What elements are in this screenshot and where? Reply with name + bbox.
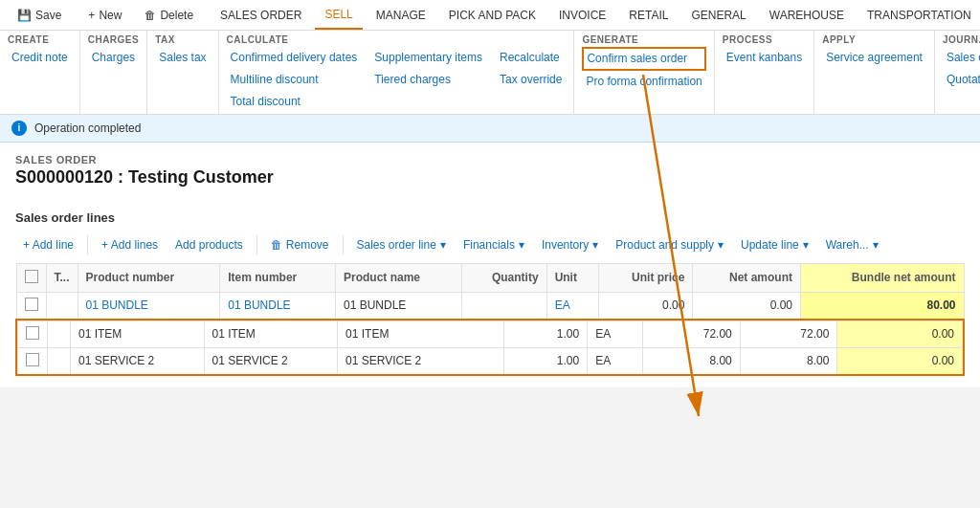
ribbon-confirmed-delivery-dates[interactable]: Confirmed delivery dates xyxy=(227,47,362,69)
nav-delete[interactable]: 🗑 Delete xyxy=(135,0,203,30)
ribbon-apply-items: Service agreement xyxy=(822,47,926,114)
child-rows-table: 01 ITEM 01 ITEM 01 ITEM 1.00 xyxy=(17,320,963,374)
add-lines-button[interactable]: + Add lines xyxy=(94,234,166,255)
service-t xyxy=(48,347,71,374)
item-product-name: 01 ITEM xyxy=(338,320,504,347)
col-header-bundle-net-amount: Bundle net amount xyxy=(800,263,964,292)
table-row-bundle: 01 BUNDLE 01 BUNDLE 01 BUNDLE EA 0.00 xyxy=(16,292,964,320)
toolbar-sep-3 xyxy=(343,235,344,254)
ribbon-group-charges: CHARGES Charges xyxy=(80,31,148,114)
item-product-number: 01 ITEM xyxy=(71,320,205,347)
bundle-net-amount: 0.00 xyxy=(693,292,801,320)
save-icon: 💾 xyxy=(17,9,32,22)
update-line-button[interactable]: Update line ▾ xyxy=(733,234,816,255)
nav-sell[interactable]: SELL xyxy=(315,0,362,30)
bundle-quantity xyxy=(461,292,546,320)
bundle-product-name: 01 BUNDLE xyxy=(335,292,461,320)
ribbon-event-kanbans[interactable]: Event kanbans xyxy=(723,47,806,114)
add-line-button[interactable]: + Add line xyxy=(15,234,81,255)
ribbon-sales-journal[interactable]: Sales o... xyxy=(943,47,980,69)
ribbon-group-create: CREATE Credit note xyxy=(0,31,80,114)
nav-manage[interactable]: MANAGE xyxy=(367,0,435,30)
col-header-product-number: Product number xyxy=(78,263,220,292)
col-header-checkbox xyxy=(16,263,46,292)
toolbar-sep-2 xyxy=(256,235,257,254)
ribbon-pro-forma-confirmation[interactable]: Pro forma confirmation xyxy=(582,71,705,93)
nav-invoice[interactable]: INVOICE xyxy=(549,0,615,30)
nav-warehouse[interactable]: WAREHOUSE xyxy=(760,0,854,30)
bundle-checkbox[interactable] xyxy=(16,292,46,320)
item-checkbox[interactable] xyxy=(18,320,48,347)
ribbon-charges[interactable]: Charges xyxy=(88,47,139,114)
ribbon-process-items: Event kanbans xyxy=(723,47,806,114)
record-type: SALES ORDER xyxy=(15,154,965,166)
ribbon-charges-items: Charges xyxy=(88,47,140,114)
remove-button[interactable]: 🗑 Remove xyxy=(263,234,337,255)
ribbon-supplementary-items[interactable]: Supplementary items xyxy=(370,47,486,69)
bundle-t xyxy=(46,292,78,320)
ribbon-total-discount[interactable]: Total discount xyxy=(227,91,362,113)
product-and-supply-button[interactable]: Product and supply ▾ xyxy=(608,234,731,255)
bundle-item-number[interactable]: 01 BUNDLE xyxy=(220,292,336,320)
ribbon-group-tax: TAX Sales tax xyxy=(147,31,218,114)
warehouse-button[interactable]: Wareh... ▾ xyxy=(818,234,886,255)
ribbon-credit-note[interactable]: Credit note xyxy=(8,47,72,114)
ribbon-service-agreement[interactable]: Service agreement xyxy=(822,47,926,114)
delete-icon: 🗑 xyxy=(145,9,156,22)
nav-retail[interactable]: RETAIL xyxy=(619,0,678,30)
bundle-unit[interactable]: EA xyxy=(546,292,599,320)
select-all-checkbox[interactable] xyxy=(25,270,38,283)
col-header-t: T... xyxy=(46,263,78,292)
ribbon-group-generate: GENERATE Confirm sales order Pro forma c… xyxy=(574,31,714,114)
inventory-button[interactable]: Inventory ▾ xyxy=(534,234,606,255)
top-nav: 💾 Save + New 🗑 Delete SALES ORDER SELL M… xyxy=(0,0,980,31)
service-unit: EA xyxy=(588,347,643,374)
item-t xyxy=(48,320,71,347)
nav-general[interactable]: GENERAL xyxy=(681,0,755,30)
service-net-amount: 8.00 xyxy=(740,347,837,374)
nav-new[interactable]: + New xyxy=(78,0,131,30)
ribbon-recalculate[interactable]: Recalculate xyxy=(496,47,566,69)
sales-order-lines-table: T... Product number Item number Product … xyxy=(15,263,965,376)
bundle-unit-price: 0.00 xyxy=(599,292,693,320)
ribbon-quotation-journal[interactable]: Quotati... xyxy=(943,69,980,91)
col-header-unit-price: Unit price xyxy=(599,263,693,292)
item-bundle-net-amount: 0.00 xyxy=(837,320,963,347)
ribbon-group-journal: JOURN... Sales o... Quotati... xyxy=(935,31,980,114)
ribbon-create-items: Credit note xyxy=(8,47,72,114)
item-item-number: 01 ITEM xyxy=(204,320,338,347)
sales-order-lines-section: Sales order lines + Add line + Add lines… xyxy=(0,199,980,387)
nav-sales-order[interactable]: SALES ORDER xyxy=(211,0,311,30)
service-bundle-net-amount: 0.00 xyxy=(837,347,963,374)
table-row-item: 01 ITEM 01 ITEM 01 ITEM 1.00 xyxy=(18,320,963,347)
service-product-number: 01 SERVICE 2 xyxy=(71,347,205,374)
dropdown-icon-6: ▾ xyxy=(873,238,879,252)
ribbon-journal-items: Sales o... Quotati... xyxy=(943,47,980,114)
ribbon-multiline-discount[interactable]: Multiline discount xyxy=(227,69,362,91)
table-header-row: T... Product number Item number Product … xyxy=(16,263,964,292)
ribbon-confirm-sales-order[interactable]: Confirm sales order xyxy=(582,47,705,71)
financials-button[interactable]: Financials ▾ xyxy=(456,234,532,255)
service-checkbox[interactable] xyxy=(18,347,48,374)
section-title: Sales order lines xyxy=(15,210,965,225)
nav-transportation[interactable]: TRANSPORTATION xyxy=(858,0,980,30)
service-item-number: 01 SERVICE 2 xyxy=(204,347,338,374)
ribbon-tax-override[interactable]: Tax override xyxy=(496,69,566,91)
ribbon-group-process: PROCESS Event kanbans xyxy=(715,31,814,114)
sales-order-line-button[interactable]: Sales order line ▾ xyxy=(349,234,454,255)
notification-text: Operation completed xyxy=(34,121,141,135)
dropdown-icon-3: ▾ xyxy=(592,238,598,252)
ribbon-group-apply: APPLY Service agreement xyxy=(814,31,935,114)
info-icon: i xyxy=(11,121,27,136)
ribbon-tax-items: Sales tax xyxy=(155,47,210,114)
ribbon: CREATE Credit note CHARGES Charges TAX S… xyxy=(0,31,980,115)
col-header-quantity: Quantity xyxy=(461,263,546,292)
nav-save[interactable]: 💾 Save xyxy=(8,0,71,30)
add-products-button[interactable]: Add products xyxy=(167,234,251,255)
ribbon-sales-tax[interactable]: Sales tax xyxy=(155,47,210,114)
nav-pick-and-pack[interactable]: PICK AND PACK xyxy=(439,0,546,30)
dropdown-icon-5: ▾ xyxy=(803,238,809,252)
ribbon-tiered-charges[interactable]: Tiered charges xyxy=(370,69,486,91)
ribbon-calculate-items: Confirmed delivery dates Multiline disco… xyxy=(227,47,567,114)
bundle-product-number[interactable]: 01 BUNDLE xyxy=(78,292,220,320)
